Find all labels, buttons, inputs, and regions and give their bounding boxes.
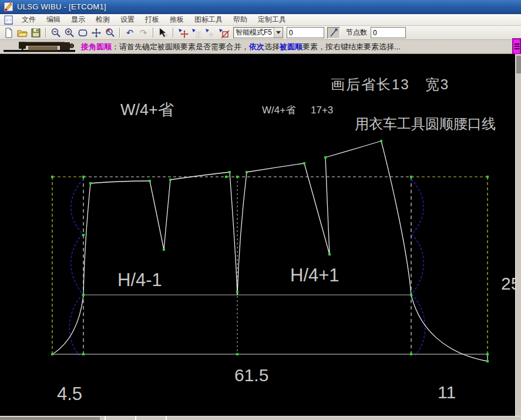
zoom-in-icon — [64, 28, 75, 38]
menu-item-file[interactable]: 文件 — [16, 14, 41, 26]
zoom-region-button[interactable] — [103, 27, 116, 39]
app-icon — [4, 2, 14, 12]
front-dart — [304, 157, 330, 254]
selection-frame[interactable] — [52, 177, 488, 354]
svg-text:ET: ET — [6, 18, 12, 23]
new-page-icon — [4, 28, 14, 38]
menu-bar: ET 文件 编辑 显示 检测 设置 打板 推板 图标工具 帮助 定制工具 — [0, 14, 521, 26]
align-icon: 正 — [191, 28, 203, 38]
move-point-icon — [177, 28, 189, 38]
toolbar-separator — [153, 28, 154, 38]
original-back-side-curve — [69, 179, 83, 355]
menu-item-help[interactable]: 帮助 — [228, 14, 253, 26]
floppy-disk-icon — [31, 28, 41, 38]
pattern-outline[interactable] — [52, 141, 488, 361]
menu-item-icon-tools[interactable]: 图标工具 — [189, 14, 228, 26]
undo-button[interactable]: ↶ — [123, 27, 136, 39]
add-point-icon: + — [204, 28, 216, 38]
cursor-cancel-icon: × — [157, 28, 169, 38]
hem-width-dimension: 61.5 — [234, 365, 268, 385]
node-count-label: 节点数 — [346, 28, 367, 38]
statusbar-divider — [105, 416, 106, 420]
back-side-seam-right — [230, 172, 237, 295]
toolbar-separator — [119, 28, 120, 38]
front-waist-formula-label: W/4+省 — [262, 105, 295, 116]
redo-button[interactable]: ↷ — [137, 27, 150, 39]
menu-item-grading[interactable]: 推板 — [164, 14, 189, 26]
prompt-part3: 选择 — [264, 42, 280, 51]
length-input[interactable] — [287, 27, 324, 38]
magnifier-arrow-icon — [105, 28, 115, 38]
front-waist-value-label: 17+3 — [311, 105, 333, 116]
menu-item-display[interactable]: 显示 — [66, 14, 90, 26]
front-flare-dimension: 11 — [438, 382, 456, 402]
pattern-drawing: 画后省长13 宽3 W/4+省 W/4+省 17+3 用衣车工具圆顺腰口线 H/… — [0, 54, 515, 416]
back-dart — [150, 180, 170, 250]
vertical-scrollbar-thumb[interactable] — [516, 56, 521, 73]
open-file-button[interactable] — [16, 27, 29, 39]
save-button[interactable] — [29, 27, 42, 39]
vertical-scrollbar[interactable] — [515, 54, 521, 416]
et-document-icon[interactable]: ET — [4, 15, 14, 25]
menu-item-custom-tools[interactable]: 定制工具 — [253, 14, 291, 26]
menu-item-edit[interactable]: 编辑 — [41, 14, 66, 26]
front-side-seam-left — [237, 172, 247, 295]
toolbar-separator — [173, 28, 174, 38]
line-node-icon — [329, 28, 338, 38]
statusbar-divider — [166, 416, 167, 420]
horizontal-scrollbar[interactable] — [0, 416, 521, 420]
delete-element-tool-button[interactable] — [217, 27, 230, 39]
pan-view-button[interactable] — [90, 27, 103, 39]
align-tool-button[interactable]: 正 — [190, 27, 203, 39]
front-waist-line-2 — [325, 141, 381, 157]
mode-select-dropdown[interactable]: 智能模式F5 — [233, 27, 283, 38]
drawing-canvas[interactable]: 画后省长13 宽3 W/4+省 W/4+省 17+3 用衣车工具圆顺腰口线 H/… — [0, 54, 515, 416]
front-side-seam — [381, 141, 411, 295]
cancel-select-button[interactable]: × — [157, 27, 170, 39]
menu-item-settings[interactable]: 设置 — [115, 14, 140, 26]
front-hip-formula-label: H/4+1 — [290, 265, 340, 285]
dropdown-button[interactable] — [274, 28, 283, 38]
menu-item-pattern[interactable]: 打板 — [140, 14, 164, 26]
main-toolbar: ↶ ↷ × 正 + — [0, 26, 521, 40]
prompt-part1: 请首先确定被圆顺要素是否需要合并， — [119, 42, 249, 51]
redo-icon: ↷ — [140, 28, 147, 37]
back-waist-line-2 — [170, 172, 230, 180]
fit-view-button[interactable] — [76, 27, 89, 39]
add-point-tool-button[interactable]: + — [204, 27, 217, 39]
back-hip-formula-label: H/4-1 — [117, 270, 162, 290]
prompt-part5: 要素，按右键结束要素选择... — [302, 42, 401, 51]
window-title: ULSG WIBU - [ETCOM1] — [17, 2, 106, 11]
curve-mode-toggle[interactable] — [327, 27, 340, 39]
app-window: ULSG WIBU - [ETCOM1] ET 文件 编辑 显示 检测 设置 打… — [0, 0, 521, 420]
new-file-button[interactable] — [2, 27, 15, 39]
statusbar-divider — [135, 416, 136, 420]
svg-text:正: 正 — [195, 31, 202, 38]
svg-text:+: + — [209, 29, 214, 38]
menu-item-detect[interactable]: 检测 — [90, 14, 115, 26]
title-bar: ULSG WIBU - [ETCOM1] — [0, 0, 521, 14]
original-front-side-curve — [411, 179, 425, 355]
zoom-out-button[interactable] — [49, 27, 62, 39]
chevron-down-icon — [276, 31, 281, 34]
svg-text:×: × — [164, 32, 167, 38]
zoom-in-button[interactable] — [63, 27, 76, 39]
sewing-machine-icon — [2, 41, 78, 53]
delete-element-icon — [218, 28, 230, 38]
canvas-labels: 画后省长13 宽3 W/4+省 W/4+省 17+3 用衣车工具圆顺腰口线 H/… — [57, 76, 515, 404]
mode-select-value: 智能模式F5 — [234, 28, 274, 38]
original-curves[interactable] — [69, 179, 425, 355]
node-count-input[interactable] — [371, 27, 406, 38]
prompt-highlight-2: 被圆顺 — [280, 42, 302, 51]
back-hem-flare-curve — [52, 295, 83, 354]
back-flare-dimension: 4.5 — [57, 384, 82, 404]
back-waist-formula-label: W/4+省 — [120, 101, 174, 119]
prompt-highlight-1: 依次 — [249, 42, 264, 51]
undo-icon: ↶ — [126, 28, 134, 37]
move-point-tool-button[interactable] — [177, 27, 190, 39]
point-handles[interactable] — [51, 140, 489, 362]
horizontal-scrollbar-thumb[interactable] — [0, 417, 100, 420]
back-waist-line-1 — [90, 181, 150, 183]
prompt-message: 接角圆顺：请首先确定被圆顺要素是否需要合并，依次选择被圆顺要素，按右键结束要素选… — [81, 42, 401, 52]
side-panel-button[interactable] — [512, 38, 521, 55]
